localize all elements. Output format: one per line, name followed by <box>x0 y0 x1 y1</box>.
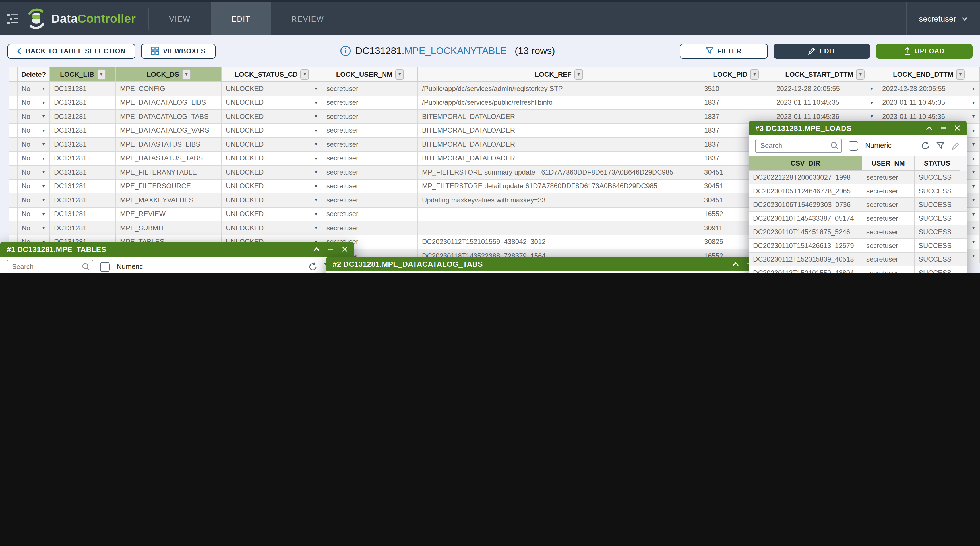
cell[interactable]: MPE_MAXKEYVALUES <box>116 193 222 207</box>
tab-view[interactable]: VIEW <box>149 2 211 35</box>
cell[interactable]: UNLOCKED▼ <box>222 96 323 109</box>
cell[interactable]: MPE_CONFIG <box>116 82 222 95</box>
cell-dropdown-arrow[interactable]: ▼ <box>39 198 46 202</box>
table-name-link[interactable]: MPE_LOCKANYTABLE <box>404 45 507 56</box>
cell[interactable]: 2022-12-28 20:05:55▼ <box>772 82 878 95</box>
cell-dropdown-arrow[interactable]: ▼ <box>969 170 975 174</box>
cell[interactable]: DC131281 <box>50 180 116 193</box>
column-header[interactable]: USER_NM <box>862 156 915 170</box>
search-input[interactable] <box>755 138 842 153</box>
cell[interactable] <box>8 221 18 235</box>
cell[interactable]: DC131281 <box>50 166 116 179</box>
info-icon[interactable] <box>340 46 351 56</box>
column-header[interactable]: LOCK_PID▼ <box>700 67 772 82</box>
cell[interactable] <box>8 151 18 165</box>
column-header[interactable]: LOCK_END_DTTM▼ <box>878 67 980 82</box>
tab-review[interactable]: REVIEW <box>271 2 345 35</box>
cell[interactable]: No▼ <box>18 207 50 221</box>
cell[interactable]: BITEMPORAL_DATALOADER <box>418 124 700 137</box>
cell-dropdown-arrow[interactable]: ▼ <box>39 212 46 216</box>
column-header[interactable]: LOCK_REF▼ <box>418 67 700 82</box>
cell[interactable]: UNLOCKED▼ <box>222 221 323 235</box>
minimize-icon[interactable] <box>940 126 947 130</box>
edit-button[interactable]: EDIT <box>773 43 870 58</box>
tree-menu-icon[interactable] <box>0 2 26 35</box>
search-input[interactable] <box>7 259 93 273</box>
cell[interactable]: DC131281 <box>50 151 116 165</box>
cell[interactable]: DC131281 <box>50 82 116 95</box>
cell[interactable]: MPE_DATACATALOG_TABS <box>116 110 222 123</box>
cell-dropdown-arrow[interactable]: ▼ <box>39 170 46 174</box>
cell[interactable] <box>8 207 18 221</box>
cell-dropdown-arrow[interactable]: ▼ <box>39 87 46 91</box>
cell[interactable]: secretuser <box>323 110 418 123</box>
cell-dropdown-arrow[interactable]: ▼ <box>969 226 975 230</box>
cell[interactable] <box>8 138 18 151</box>
column-header[interactable]: Delete? <box>18 67 50 82</box>
edit-pencil-icon[interactable] <box>951 141 960 150</box>
cell-dropdown-arrow[interactable]: ▼ <box>969 240 975 244</box>
cell[interactable]: DC131281 <box>50 96 116 109</box>
cell-dropdown-arrow[interactable]: ▼ <box>969 184 975 188</box>
cell[interactable]: DC20230112T152101559_438042_3012 <box>418 235 700 248</box>
tab-edit[interactable]: EDIT <box>211 2 271 35</box>
close-icon[interactable] <box>955 125 960 131</box>
cell[interactable]: DC131281 <box>50 138 116 151</box>
cell[interactable]: UNLOCKED▼ <box>222 124 323 137</box>
cell[interactable]: No▼ <box>18 110 50 123</box>
cell[interactable]: 1837 <box>700 96 772 109</box>
cell[interactable]: 2022-12-28 20:05:55▼ <box>878 82 980 95</box>
close-icon[interactable] <box>342 246 347 252</box>
numeric-checkbox[interactable] <box>100 262 110 272</box>
cell[interactable]: No▼ <box>18 180 50 193</box>
cell[interactable]: MPE_DATASTATUS_LIBS <box>116 138 222 151</box>
cell[interactable]: No▼ <box>18 124 50 137</box>
column-header[interactable]: LOCK_USER_NM▼ <box>323 67 418 82</box>
cell-dropdown-arrow[interactable]: ▼ <box>867 101 873 105</box>
refresh-icon[interactable] <box>921 141 930 150</box>
cell[interactable]: MPE_REVIEW <box>116 207 222 221</box>
cell[interactable]: UNLOCKED▼ <box>222 193 323 207</box>
cell-dropdown-arrow[interactable]: ▼ <box>969 254 975 258</box>
cell[interactable] <box>8 166 18 179</box>
minimize-icon[interactable] <box>328 247 334 252</box>
cell-dropdown-arrow[interactable]: ▼ <box>312 87 318 91</box>
column-header[interactable]: LOCK_LIB▼ <box>50 67 116 82</box>
cell-dropdown-arrow[interactable]: ▼ <box>312 212 318 216</box>
cell[interactable]: UNLOCKED▼ <box>222 138 323 151</box>
cell[interactable]: UNLOCKED▼ <box>222 207 323 221</box>
viewboxes-button[interactable]: VIEWBOXES <box>141 43 215 58</box>
column-header[interactable]: LOCK_START_DTTM▼ <box>772 67 878 82</box>
cell[interactable]: UNLOCKED▼ <box>222 110 323 123</box>
cell[interactable] <box>418 221 700 235</box>
cell[interactable]: secretuser <box>323 166 418 179</box>
cell[interactable]: MPE_DATASTATUS_TABS <box>116 151 222 165</box>
collapse-icon[interactable] <box>926 126 932 131</box>
column-filter-button[interactable]: ▼ <box>97 69 105 80</box>
cell[interactable]: secretuser <box>323 124 418 137</box>
numeric-checkbox[interactable] <box>849 141 858 150</box>
cell[interactable] <box>8 96 18 109</box>
cell[interactable]: MPE_FILTERANYTABLE <box>116 166 222 179</box>
cell-dropdown-arrow[interactable]: ▼ <box>969 212 975 216</box>
column-filter-button[interactable]: ▼ <box>301 69 309 80</box>
cell[interactable]: secretuser <box>323 207 418 221</box>
column-filter-button[interactable]: ▼ <box>956 69 965 80</box>
cell-dropdown-arrow[interactable]: ▼ <box>867 87 873 91</box>
cell[interactable]: Updating maxkeyvalues with maxkey=33 <box>418 193 700 207</box>
cell[interactable]: DC131281 <box>50 110 116 123</box>
cell[interactable]: No▼ <box>18 221 50 235</box>
user-menu[interactable]: secretuser <box>906 2 980 35</box>
cell-dropdown-arrow[interactable]: ▼ <box>312 101 318 105</box>
cell-dropdown-arrow[interactable]: ▼ <box>312 198 318 202</box>
cell[interactable]: secretuser <box>323 96 418 109</box>
cell[interactable]: secretuser <box>323 180 418 193</box>
viewbox-titlebar[interactable]: #3 DC131281.MPE_LOADS <box>749 121 967 135</box>
column-filter-button[interactable]: ▼ <box>574 69 583 80</box>
cell[interactable] <box>8 82 18 95</box>
cell-dropdown-arrow[interactable]: ▼ <box>969 129 975 132</box>
cell[interactable]: BITEMPORAL_DATALOADER <box>418 151 700 165</box>
column-filter-button[interactable]: ▼ <box>182 69 191 80</box>
cell[interactable]: 2023-01-11 10:45:35▼ <box>878 96 980 109</box>
column-header[interactable]: CSV_DIR <box>749 156 862 170</box>
